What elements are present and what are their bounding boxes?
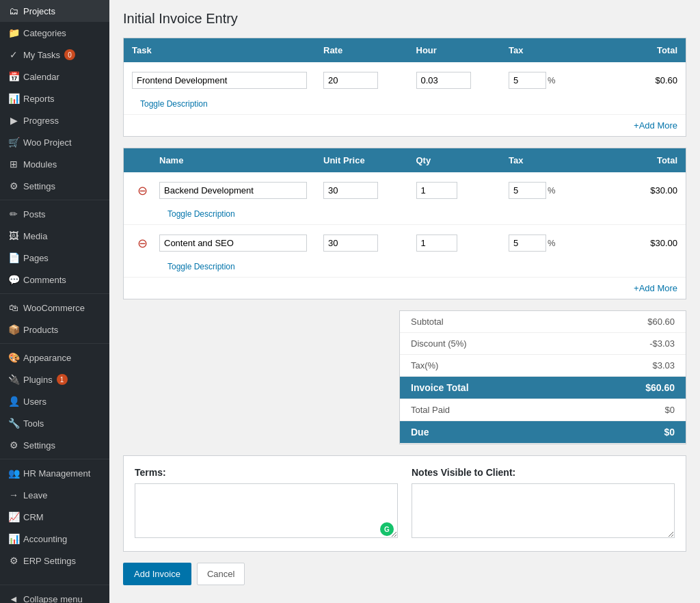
sidebar-divider-1 — [0, 200, 109, 200]
notes-textarea-wrapper — [412, 483, 675, 540]
sidebar-item-reports[interactable]: Reports — [0, 88, 109, 109]
task-tax-cell: % — [500, 68, 593, 93]
pages-icon — [8, 252, 19, 263]
sidebar-item-appearance[interactable]: Appearance — [0, 347, 109, 368]
sidebar-item-my-tasks[interactable]: My Tasks 0 — [0, 44, 109, 66]
settings-icon — [8, 440, 19, 451]
crm-icon — [8, 511, 19, 522]
sidebar-item-leave[interactable]: Leave — [0, 484, 109, 506]
categories-icon — [8, 27, 19, 38]
product-price-1-cell — [315, 178, 408, 203]
subtotal-label: Subtotal — [411, 317, 444, 327]
sidebar-divider-bottom — [0, 585, 109, 585]
task-row-1: % $0.60 Toggle Description — [124, 62, 686, 115]
summary-discount-row: Discount (5%) -$3.03 — [400, 333, 686, 355]
sidebar-item-erp-settings[interactable]: ERP Settings — [0, 550, 109, 572]
product-qty-2-input[interactable] — [416, 234, 457, 252]
sidebar-item-settings-top[interactable]: Settings — [0, 175, 109, 197]
product-qty-1-input[interactable] — [416, 182, 457, 199]
sidebar-item-products[interactable]: Products — [0, 319, 109, 340]
product-toggle-desc-2[interactable]: Toggle Description — [159, 262, 243, 276]
sidebar-item-hr[interactable]: HR Management — [0, 462, 109, 484]
product-name-1-cell — [151, 178, 315, 203]
product-price-1-input[interactable] — [323, 182, 378, 199]
terms-block: Terms: G — [135, 467, 398, 540]
total-paid-value: $0 — [665, 405, 675, 415]
task-hour-input[interactable] — [416, 72, 471, 89]
sidebar-item-plugins[interactable]: Plugins 1 — [0, 368, 109, 390]
product-tax-1-input[interactable] — [509, 182, 546, 199]
product-name-2-input[interactable] — [159, 234, 307, 252]
notes-textarea[interactable] — [412, 483, 675, 538]
product-total-2-cell: $30.00 — [593, 234, 686, 252]
sidebar-item-modules[interactable]: Modules — [0, 153, 109, 175]
sidebar-item-label: Products — [23, 325, 58, 335]
product-toggle-desc-1[interactable]: Toggle Description — [159, 209, 243, 223]
tax-label: Tax(%) — [411, 360, 438, 371]
product-total-col-header: Total — [593, 148, 686, 172]
sidebar-item-woo-project[interactable]: Woo Project — [0, 131, 109, 153]
sidebar-item-users[interactable]: Users — [0, 390, 109, 412]
summary-paid-row: Total Paid $0 — [400, 399, 686, 421]
remove-product-2-button[interactable]: ⊖ — [132, 237, 153, 250]
comments-icon — [8, 274, 19, 285]
sidebar-item-label: My Tasks — [23, 50, 60, 60]
task-add-more[interactable]: +Add More — [124, 115, 686, 136]
sidebar-item-accounting[interactable]: Accounting — [0, 528, 109, 550]
remove-product-1-button[interactable]: ⊖ — [132, 184, 153, 198]
sidebar-item-label: Appearance — [23, 353, 71, 363]
erp-settings-icon — [8, 555, 19, 566]
sidebar-item-projects[interactable]: Projects — [0, 0, 109, 22]
sidebar-item-label: Reports — [23, 94, 55, 104]
terms-textarea[interactable] — [135, 483, 398, 538]
product-row-1: ⊖ % $30.00 — [124, 172, 686, 225]
modules-icon — [8, 159, 19, 170]
sidebar-item-label: Media — [23, 231, 47, 241]
tasks-icon — [8, 49, 19, 60]
task-rate-cell — [315, 68, 408, 93]
sidebar-item-crm[interactable]: CRM — [0, 506, 109, 528]
sidebar-item-tools[interactable]: Tools — [0, 412, 109, 434]
product-tax-2-cell: % — [500, 230, 593, 256]
sidebar-item-posts[interactable]: Posts — [0, 203, 109, 225]
sidebar-item-media[interactable]: Media — [0, 225, 109, 247]
sidebar-item-label: Settings — [23, 440, 55, 451]
sidebar-item-progress[interactable]: Progress — [0, 109, 109, 131]
task-name-input[interactable] — [132, 72, 307, 89]
collapse-icon — [8, 593, 19, 603]
due-label: Due — [411, 427, 429, 438]
reports-icon — [8, 93, 19, 104]
sidebar-item-pages[interactable]: Pages — [0, 247, 109, 269]
cancel-button[interactable]: Cancel — [197, 563, 245, 585]
sidebar-collapse[interactable]: Collapse menu — [0, 588, 109, 603]
sidebar-item-label: Leave — [23, 490, 47, 500]
task-rate-input[interactable] — [323, 72, 378, 89]
sidebar-item-label: Modules — [23, 159, 57, 170]
product-price-2-input[interactable] — [323, 234, 378, 252]
task-table-section: Task Rate Hour Tax Total — [123, 38, 686, 137]
task-row-1-inner: % $0.60 — [124, 62, 686, 98]
invoice-total-value: $60.60 — [645, 382, 675, 393]
sidebar-item-settings[interactable]: Settings — [0, 434, 109, 456]
product-name-1-input[interactable] — [159, 182, 307, 199]
sidebar-item-label: CRM — [23, 512, 44, 522]
name-col-header: Name — [151, 148, 315, 172]
add-invoice-button[interactable]: Add Invoice — [123, 563, 191, 585]
task-toggle-desc[interactable]: Toggle Description — [132, 99, 216, 113]
total-col-header: Total — [593, 38, 686, 62]
task-total-cell: $0.60 — [593, 71, 686, 90]
sidebar-item-woocommerce[interactable]: WooCommerce — [0, 297, 109, 319]
sidebar-item-calendar[interactable]: Calendar — [0, 66, 109, 88]
sidebar-item-label: ERP Settings — [23, 556, 76, 566]
sidebar-item-categories[interactable]: Categories — [0, 22, 109, 44]
terms-notes-section: Terms: G Notes Visible to Client: — [123, 455, 686, 552]
product-add-more[interactable]: +Add More — [124, 278, 686, 299]
due-value: $0 — [664, 427, 675, 438]
sidebar-item-comments[interactable]: Comments — [0, 269, 109, 291]
task-tax-input[interactable] — [509, 72, 546, 89]
plugins-badge: 1 — [57, 374, 68, 385]
accounting-icon — [8, 533, 19, 544]
sidebar-item-label: Tools — [23, 418, 44, 429]
sidebar-divider-3 — [0, 343, 109, 344]
product-tax-2-input[interactable] — [509, 234, 546, 252]
